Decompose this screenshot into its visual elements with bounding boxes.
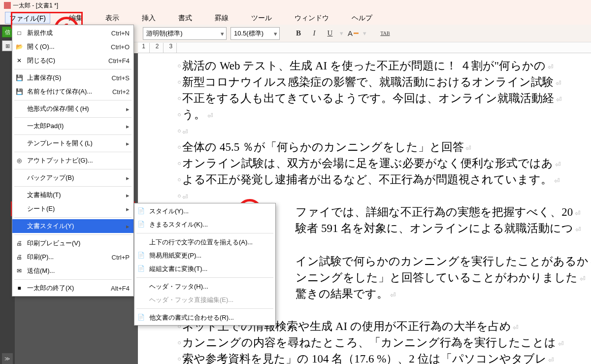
menu-item-label: シート(E)	[27, 204, 55, 213]
rail-view-icon[interactable]: ⊞	[2, 40, 13, 51]
submenu-item[interactable]: 📄縦組文書に変換(T)...	[134, 262, 275, 275]
menu-item-label: 上下の行で文字の位置を揃える(A)...	[149, 238, 253, 247]
menu-item-icon: 🖨	[15, 239, 23, 247]
submenu-arrow-icon: ▸	[126, 123, 130, 130]
document-line: 全体の 45.5 ％が「何らかのカンニングをした」と回答 ⏎	[177, 139, 586, 155]
menu-item-label: 縦組文書に変換(T)...	[149, 265, 207, 273]
menu-item-label: 一太郎Pad(I)	[27, 122, 64, 131]
menu-item-label: 簡易用紙変更(P)...	[149, 251, 201, 260]
font-combo[interactable]: 游明朝(標準)	[143, 27, 227, 40]
menu-item-label: バックアップ(B)	[27, 173, 74, 182]
submenu-arrow-icon: ▸	[126, 174, 130, 182]
document-line: カンニングの内容を尋ねたところ、「カンニング行為を実行したことは ⏎	[177, 335, 586, 350]
document-line: ⏎	[177, 123, 586, 138]
sheet-tab-2[interactable]: 2	[152, 43, 164, 53]
rail-expand-icon[interactable]: ≫	[2, 353, 13, 364]
menu-item-icon: □	[15, 29, 23, 37]
menu-help[interactable]: ヘルプ	[348, 12, 376, 24]
menu-edit[interactable]: 編集	[65, 12, 87, 24]
submenu-item[interactable]: 📄他文書の書式に合わせる(R)...	[134, 311, 275, 324]
menu-item-label: 他形式の保存/開く(H)	[27, 104, 89, 113]
menu-item-icon: 🖨	[15, 253, 23, 261]
menu-item-shortcut: Alt+F4	[111, 285, 130, 292]
menu-item-icon: ◎	[15, 157, 23, 165]
menu-file[interactable]: ファイル(F)	[5, 12, 50, 24]
menu-item-shortcut: Ctrl+2	[112, 88, 130, 96]
submenu-arrow-icon: ▸	[126, 192, 130, 199]
file-menu-item[interactable]: 一太郎Pad(I)▸	[12, 119, 133, 133]
menu-item-label: 文書補助(T)	[27, 191, 61, 199]
file-menu-item[interactable]: 🖨印刷(P)...Ctrl+P	[12, 250, 133, 264]
menu-item-label: 閉じる(C)	[27, 56, 55, 65]
file-menu-item[interactable]: 🖨印刷プレビュー(V)	[12, 236, 133, 250]
document-line: 新型コロナウイルス感染症の影響で、就職活動におけるオンライン試験 ⏎	[177, 74, 586, 90]
submenu-item[interactable]: 上下の行で文字の位置を揃える(A)...	[134, 235, 275, 249]
menu-item-label: 印刷プレビュー(V)	[27, 239, 80, 248]
menu-insert[interactable]: 挿入	[138, 12, 160, 24]
file-menu-item[interactable]: 📂開く(O)...Ctrl+O	[12, 40, 133, 54]
menu-item-icon: 📄	[137, 314, 145, 322]
file-menu-item[interactable]: ✉送信(M)...	[12, 264, 133, 278]
underline-button[interactable]: U	[324, 28, 336, 39]
file-menu-item[interactable]: バックアップ(B)▸	[12, 171, 133, 185]
submenu-item[interactable]: 📄簡易用紙変更(P)...	[134, 249, 275, 262]
file-menu-item[interactable]: ■一太郎の終了(X)Alt+F4	[12, 281, 133, 295]
menu-format[interactable]: 書式	[174, 12, 196, 24]
menu-item-label: テンプレートを開く(L)	[27, 139, 93, 148]
menu-tools[interactable]: ツール	[247, 12, 276, 24]
submenu-item[interactable]: ヘッダ・フッタ(H)...	[134, 280, 275, 293]
menu-item-icon: ✉	[15, 267, 23, 275]
file-menu-item[interactable]: ◎アウトプットナビ(G)...	[12, 154, 133, 167]
window-title: 一太郎 - [文書1 *]	[13, 1, 58, 10]
menu-item-label: 新規作成	[27, 29, 53, 37]
menu-item-label: 送信(M)...	[27, 266, 55, 275]
menu-item-label: 一太郎の終了(X)	[27, 284, 74, 293]
menu-window[interactable]: ウィンドウ	[291, 12, 333, 24]
submenu-arrow-icon: ▸	[126, 205, 130, 213]
sheet-tab-1[interactable]: 1	[138, 43, 150, 53]
rail-insert-icon[interactable]: 信	[2, 27, 13, 37]
menubar: ファイル(F) 編集 表示 挿入 書式 罫線 ツール ウィンドウ ヘルプ	[0, 11, 591, 25]
app-icon	[4, 2, 11, 9]
document-style-submenu: 📄スタイル(Y)...📄きまるスタイル(K)...上下の行で文字の位置を揃える(…	[134, 203, 276, 326]
document-line: オンライン試験は、双方が会場に足を運ぶ必要がなく便利な形式ではあ ⏎	[177, 156, 586, 171]
menu-item-label: 印刷(P)...	[27, 253, 54, 262]
menu-item-icon: ✕	[15, 57, 23, 65]
menu-item-icon: 📂	[15, 43, 23, 51]
menu-item-icon: 📄	[137, 265, 145, 273]
file-menu-item[interactable]: ✕閉じる(C)Ctrl+F4	[12, 54, 133, 67]
menu-border[interactable]: 罫線	[211, 12, 232, 24]
italic-button[interactable]: I	[308, 28, 320, 39]
menu-item-icon: 💾	[15, 74, 23, 82]
file-menu-item[interactable]: 他形式の保存/開く(H)▸	[12, 102, 133, 116]
menu-item-label: 名前を付けて保存(A)...	[27, 87, 92, 96]
submenu-arrow-icon: ▸	[126, 105, 130, 113]
sheet-tab-3[interactable]: 3	[165, 43, 177, 53]
file-menu-item[interactable]: 💾上書保存(S)Ctrl+S	[12, 71, 133, 85]
file-menu-item[interactable]: 文書補助(T)▸	[12, 188, 133, 202]
title-bar: 一太郎 - [文書1 *]	[0, 0, 591, 11]
fontsize-combo[interactable]: 10.5(標準)	[230, 27, 280, 40]
menu-item-label: 他文書の書式に合わせる(R)...	[149, 313, 234, 322]
menu-item-shortcut: Ctrl+O	[111, 43, 130, 51]
menu-item-label: 開く(O)...	[27, 42, 55, 51]
menu-item-icon: ■	[15, 284, 23, 292]
submenu-arrow-icon: ▸	[126, 140, 130, 147]
file-menu-item[interactable]: 文書スタイル(Y)▸	[12, 219, 133, 233]
menu-item-shortcut: Ctrl+S	[112, 74, 130, 82]
file-menu-item[interactable]: シート(E)▸	[12, 202, 133, 216]
submenu-item[interactable]: 📄スタイル(Y)...	[134, 204, 275, 218]
bold-button[interactable]: B	[293, 28, 304, 39]
file-menu-item[interactable]: □新規作成Ctrl+N	[12, 26, 133, 40]
submenu-item[interactable]: 📄きまるスタイル(K)...	[134, 218, 275, 231]
menu-item-label: アウトプットナビ(G)...	[27, 156, 93, 165]
menu-view[interactable]: 表示	[101, 12, 123, 24]
sheet-tabs: 1 2 3	[138, 42, 591, 53]
menu-item-icon: 📄	[137, 207, 145, 215]
menu-item-label: スタイル(Y)...	[149, 207, 189, 216]
tab-button[interactable]: TAB	[379, 28, 391, 39]
file-menu-item[interactable]: テンプレートを開く(L)▸	[12, 136, 133, 150]
menu-item-icon: 💾	[15, 88, 23, 96]
file-menu-item[interactable]: 💾名前を付けて保存(A)...Ctrl+2	[12, 85, 133, 99]
font-color-button[interactable]: A	[347, 28, 359, 39]
